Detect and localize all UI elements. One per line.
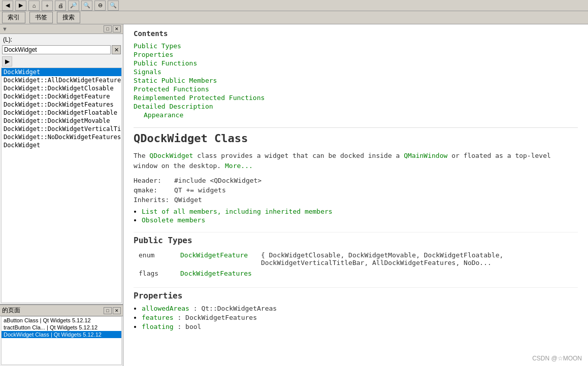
- right-panel: Contents Public Types Properties Public …: [123, 24, 588, 366]
- back-btn[interactable]: ◀: [2, 1, 13, 11]
- print-btn[interactable]: 🖨: [55, 1, 66, 11]
- bottom-panel-label: 的页面: [2, 306, 20, 315]
- meta-qmake: qmake: QT += widgets: [134, 186, 578, 194]
- add-bookmark-btn[interactable]: +: [42, 1, 53, 11]
- bottom-close-btn[interactable]: ✕: [113, 307, 121, 314]
- history-item[interactable]: tractButton Cla... | Qt Widgets 5.12.12: [2, 324, 121, 331]
- contents-link-public-types[interactable]: Public Types: [134, 42, 578, 50]
- class-desc-more[interactable]: More...: [225, 162, 253, 170]
- contents-link-public-functions[interactable]: Public Functions: [134, 59, 578, 68]
- search-box-container: ✕: [0, 44, 123, 55]
- index-list[interactable]: DockWidget DockWidget::AllDockWidgetFeat…: [1, 68, 122, 303]
- panel-header: ▼ □ ✕: [0, 24, 123, 34]
- contents-link-detailed[interactable]: Detailed Description: [134, 102, 578, 111]
- panel-close-btn[interactable]: ✕: [113, 25, 121, 32]
- contents-section: Contents Public Types Properties Public …: [134, 29, 578, 119]
- list-item[interactable]: DockWidget::AllDockWidgetFeatures: [2, 76, 121, 84]
- header-label: Header:: [134, 177, 174, 184]
- bottom-panel-header: 的页面 □ ✕: [0, 305, 123, 316]
- left-panel: ▼ □ ✕ (L): ✕ ▶ DockWidget DockWidget::Al…: [0, 24, 123, 366]
- prop1-type: : Qt::DockWidgetAreas: [193, 305, 277, 312]
- class-desc-link2[interactable]: QMainWindow: [404, 152, 447, 159]
- zoom-in-btn[interactable]: 🔎: [68, 1, 79, 11]
- contents-title: Contents: [134, 29, 578, 38]
- nav-arrow-btn[interactable]: ▶: [2, 56, 12, 66]
- list-item[interactable]: DockWidget::DockWidgetFloatable: [2, 109, 121, 117]
- prop3-name[interactable]: floating: [142, 323, 174, 330]
- home-btn[interactable]: ⌂: [28, 1, 40, 11]
- enum-name[interactable]: DockWidgetFeature: [176, 250, 256, 268]
- top-toolbar: ◀ ▶ ⌂ + 🖨 🔎 🔍 ⊖ 🔍: [0, 0, 588, 11]
- contents-link-static-public[interactable]: Static Public Members: [134, 76, 578, 85]
- prop1-name[interactable]: allowedAreas: [142, 305, 189, 312]
- class-desc-link1[interactable]: QDockWidget: [149, 152, 193, 159]
- class-desc-middle: class provides a widget that can be dock…: [193, 152, 404, 159]
- bottom-panel-controls: □ ✕: [104, 307, 121, 314]
- panel-controls: □ ✕: [104, 25, 121, 32]
- properties-header: Properties: [134, 287, 578, 301]
- prop2-type: : DockWidgetFeatures: [177, 314, 257, 321]
- panel-header-label: ▼: [2, 26, 8, 32]
- history-list[interactable]: aButton Class | Qt Widgets 5.12.12 tract…: [1, 316, 122, 365]
- bullet1-link[interactable]: List of all members, including inherited…: [142, 208, 333, 215]
- inherits-label: Inherits:: [134, 196, 174, 204]
- zoom-reset-btn[interactable]: ⊖: [94, 1, 106, 11]
- tab-search[interactable]: 搜索: [57, 12, 80, 23]
- prop-item: features : DockWidgetFeatures: [142, 314, 578, 321]
- left-top-panel: ▼ □ ✕ (L): ✕ ▶ DockWidget DockWidget::Al…: [0, 24, 123, 305]
- zoom-out-btn[interactable]: 🔍: [81, 1, 92, 11]
- enum-values: { DockWidgetClosable, DockWidgetMovable,…: [257, 250, 577, 268]
- class-title: QDockWidget Class: [134, 127, 578, 145]
- flags-name[interactable]: DockWidgetFeatures: [176, 269, 256, 278]
- prop-item: floating : bool: [142, 323, 578, 330]
- history-item[interactable]: aButton Class | Qt Widgets 5.12.12: [2, 317, 121, 324]
- contents-link-reimplemented[interactable]: Reimplemented Protected Functions: [134, 93, 578, 102]
- list-item[interactable]: DockWidget: [2, 68, 121, 76]
- meta-inherits: Inherits: QWidget: [134, 196, 578, 204]
- flags-desc: [257, 269, 577, 278]
- nav-toolbar: 索引 书签 搜索: [0, 11, 588, 24]
- properties-list: allowedAreas : Qt::DockWidgetAreas featu…: [142, 305, 578, 330]
- tab-index[interactable]: 索引: [2, 12, 25, 23]
- bullet-list: List of all members, including inherited…: [142, 208, 578, 224]
- contents-link-properties[interactable]: Properties: [134, 50, 578, 59]
- enum-row: enum DockWidgetFeature { DockWidgetClosa…: [135, 250, 577, 268]
- class-description: The QDockWidget class provides a widget …: [134, 151, 578, 171]
- prop3-type: : bool: [177, 323, 201, 330]
- watermark: CSDN @☆MOON: [532, 355, 582, 362]
- list-item[interactable]: DockWidget::DockWidgetVerticalTitleBar: [2, 125, 121, 133]
- forward-btn[interactable]: ▶: [15, 1, 26, 11]
- contents-link-signals[interactable]: Signals: [134, 68, 578, 76]
- history-item[interactable]: DockWidget Class | Qt Widgets 5.12.12: [2, 331, 121, 338]
- list-item[interactable]: DockWidget: [2, 141, 121, 149]
- public-types-header: Public Types: [134, 232, 578, 245]
- search-input[interactable]: [2, 45, 111, 54]
- find-btn[interactable]: 🔍: [108, 1, 119, 11]
- contents-link-protected-functions[interactable]: Protected Functions: [134, 85, 578, 93]
- qmake-label: qmake:: [134, 186, 174, 194]
- list-item[interactable]: DockWidget::DockWidgetFeature: [2, 92, 121, 101]
- class-desc-prefix: The: [134, 152, 149, 159]
- prop2-name[interactable]: features: [142, 314, 174, 321]
- main-layout: ▼ □ ✕ (L): ✕ ▶ DockWidget DockWidget::Al…: [0, 24, 588, 366]
- panel-maximize-btn[interactable]: □: [104, 25, 112, 32]
- index-label: (L):: [0, 34, 123, 44]
- contents-link-appearance[interactable]: Appearance: [144, 111, 578, 119]
- bottom-maximize-btn[interactable]: □: [104, 307, 112, 314]
- qmake-value: QT += widgets: [174, 186, 226, 194]
- list-item[interactable]: DockWidget::DockWidgetMovable: [2, 117, 121, 125]
- flags-type: flags: [135, 269, 175, 278]
- list-item[interactable]: DockWidget::DockWidgetFeatures: [2, 101, 121, 109]
- tab-bookmarks[interactable]: 书签: [29, 12, 53, 23]
- public-types-table: enum DockWidgetFeature { DockWidgetClosa…: [134, 249, 578, 279]
- list-item[interactable]: DockWidget::NoDockWidgetFeatures: [2, 133, 121, 141]
- bullet2-link[interactable]: Obsolete members: [142, 216, 205, 224]
- flags-row: flags DockWidgetFeatures: [135, 269, 577, 278]
- prop-item: allowedAreas : Qt::DockWidgetAreas: [142, 305, 578, 312]
- header-value: #include <QDockWidget>: [174, 177, 262, 184]
- inherits-link[interactable]: QWidget: [174, 196, 202, 204]
- search-clear-btn[interactable]: ✕: [112, 45, 121, 54]
- meta-header: Header: #include <QDockWidget>: [134, 177, 578, 184]
- list-item[interactable]: DockWidget::DockWidgetClosable: [2, 84, 121, 92]
- left-bottom-panel: 的页面 □ ✕ aButton Class | Qt Widgets 5.12.…: [0, 305, 123, 366]
